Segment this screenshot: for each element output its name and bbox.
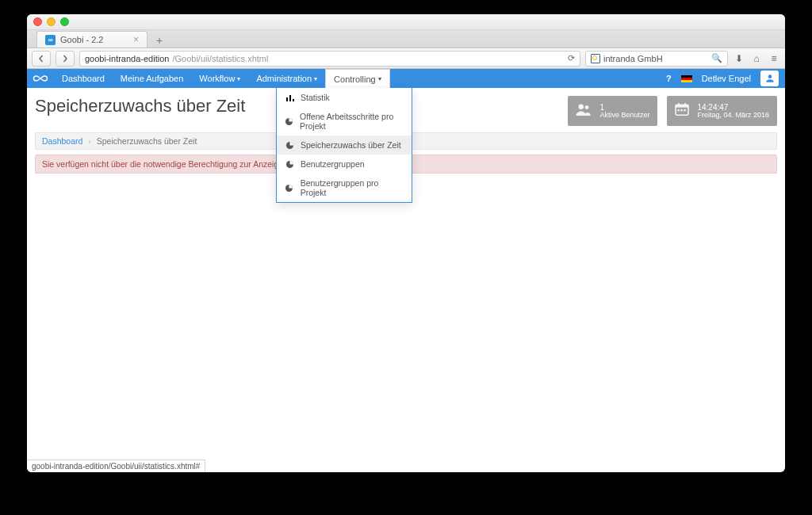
svg-rect-15	[684, 109, 686, 111]
menu-icon[interactable]: ≡	[768, 53, 780, 64]
url-bar[interactable]: goobi-intranda-edition/Goobi/uii/statist…	[79, 51, 580, 67]
app-logo[interactable]	[27, 69, 54, 88]
svg-rect-10	[676, 105, 688, 107]
flag-de-icon[interactable]	[681, 75, 692, 82]
window-close-button[interactable]	[33, 17, 42, 26]
browser-search-field[interactable]: intranda GmbH 🔍	[585, 51, 728, 67]
tab-strip: ∞ Goobi - 2.2 × +	[27, 30, 785, 48]
status-bar: goobi-intranda-edition/Goobi/uii/statist…	[27, 460, 205, 472]
chevron-right-icon	[61, 55, 69, 63]
tab-favicon: ∞	[45, 35, 56, 45]
breadcrumb-root[interactable]: Dashboard	[42, 136, 82, 146]
dropdown-item-offene-arbeitsschritte[interactable]: Offene Arbeitsschritte pro Projekt	[277, 107, 412, 135]
new-tab-button[interactable]: +	[151, 33, 168, 48]
browser-toolbar: goobi-intranda-edition/Goobi/uii/statist…	[27, 48, 785, 69]
url-path: /Goobi/uii/statistics.xhtml	[172, 54, 268, 63]
calendar-icon	[675, 103, 689, 120]
nav-workflow[interactable]: Workflow▾	[191, 69, 248, 88]
svg-rect-13	[678, 109, 680, 111]
window-zoom-button[interactable]	[60, 17, 69, 26]
browser-window: ∞ Goobi - 2.2 × + goobi-intranda-edition…	[27, 14, 785, 472]
svg-rect-1	[289, 95, 291, 101]
nav-administration[interactable]: Administration▾	[248, 69, 325, 88]
forward-button[interactable]	[56, 51, 75, 67]
svg-rect-0	[286, 97, 288, 101]
mac-titlebar	[27, 14, 785, 30]
chevron-down-icon: ▾	[314, 75, 317, 82]
search-icon[interactable]: 🔍	[711, 53, 722, 63]
browser-tab[interactable]: ∞ Goobi - 2.2 ×	[36, 31, 147, 48]
svg-point-8	[585, 105, 589, 109]
dropdown-item-benutzergruppen[interactable]: Benutzergruppen	[277, 154, 412, 174]
svg-rect-2	[293, 99, 294, 101]
download-icon[interactable]: ⬇	[733, 53, 745, 64]
tab-title: Goobi - 2.2	[60, 35, 103, 44]
breadcrumb-separator: ›	[88, 136, 91, 146]
breadcrumb-current: Speicherzuwachs über Zeit	[97, 136, 197, 146]
user-name[interactable]: Detlev Engel	[702, 74, 751, 83]
pie-chart-icon	[285, 140, 294, 150]
nav-dashboard[interactable]: Dashboard	[54, 69, 113, 88]
url-host: goobi-intranda-edition	[85, 54, 169, 63]
search-engine-icon	[591, 54, 600, 63]
users-icon	[576, 103, 592, 120]
chevron-down-icon: ▾	[237, 75, 240, 82]
close-tab-icon[interactable]: ×	[133, 34, 139, 45]
clock-label: Freitag, 04. März 2016	[697, 112, 769, 120]
svg-rect-12	[685, 103, 687, 106]
user-menu-button[interactable]	[760, 71, 779, 86]
nav-meine-aufgaben[interactable]: Meine Aufgaben	[113, 69, 192, 88]
svg-point-7	[579, 104, 584, 109]
back-button[interactable]	[32, 51, 51, 67]
app-navbar: Dashboard Meine Aufgaben Workflow▾ Admin…	[27, 69, 785, 88]
pie-chart-icon	[285, 159, 294, 169]
home-icon[interactable]: ⌂	[750, 53, 763, 64]
dropdown-item-statistik[interactable]: Statistik	[277, 88, 412, 107]
reload-icon[interactable]: ⟳	[568, 53, 575, 63]
help-icon[interactable]: ?	[666, 74, 672, 83]
user-icon	[764, 73, 776, 84]
clock-value: 14:24:47	[697, 103, 769, 112]
chevron-left-icon	[37, 55, 45, 63]
active-users-label: Aktive Benutzer	[599, 112, 649, 120]
pie-chart-icon	[285, 183, 294, 193]
controlling-dropdown: Statistik Offene Arbeitsschritte pro Pro…	[276, 88, 412, 203]
svg-rect-11	[679, 103, 680, 106]
bar-chart-icon	[285, 93, 294, 102]
dropdown-item-benutzergruppen-projekt[interactable]: Benutzergruppen pro Projekt	[277, 174, 412, 202]
chevron-down-icon: ▾	[378, 75, 381, 82]
active-users-value: 1	[599, 103, 649, 112]
svg-rect-14	[681, 109, 683, 111]
clock-card: 14:24:47 Freitag, 04. März 2016	[667, 96, 777, 126]
window-minimize-button[interactable]	[47, 17, 56, 26]
pie-chart-icon	[285, 116, 293, 126]
infinity-icon	[33, 73, 48, 84]
search-value: intranda GmbH	[603, 54, 663, 63]
dropdown-item-speicherzuwachs[interactable]: Speicherzuwachs über Zeit	[277, 135, 412, 154]
active-users-card: 1 Aktive Benutzer	[568, 96, 657, 126]
page-content: Dashboard Meine Aufgaben Workflow▾ Admin…	[27, 69, 785, 472]
nav-controlling[interactable]: Controlling▾	[325, 69, 390, 88]
